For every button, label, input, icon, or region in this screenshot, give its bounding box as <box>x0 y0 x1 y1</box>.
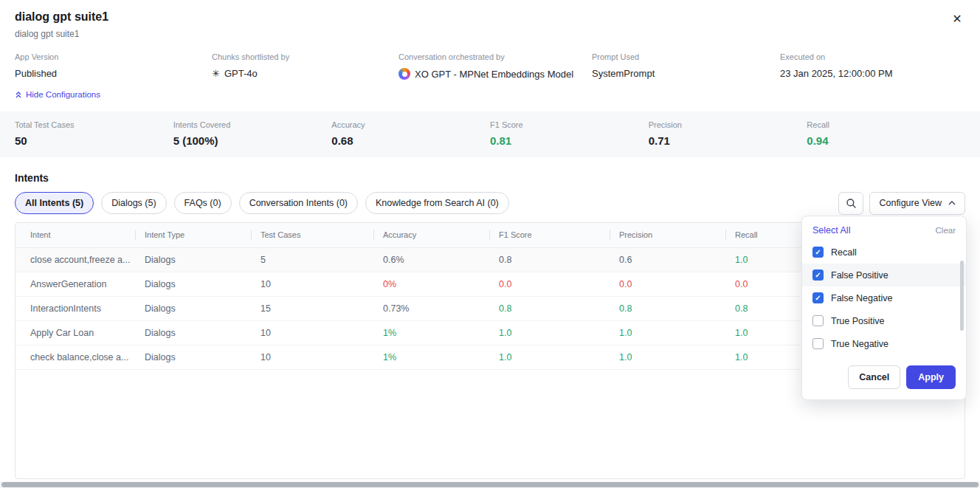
stat-label: Total Test Cases <box>15 120 173 129</box>
config-value: XO GPT - MPNet Embeddings Model <box>415 69 573 80</box>
table-cell: 0.6% <box>368 255 484 265</box>
config-item: Conversation orchestrated by ✳ XO GPT - … <box>398 52 592 80</box>
column-header: Test Cases <box>246 230 368 239</box>
stat-label: Precision <box>649 120 807 129</box>
intent-filter-tab[interactable]: Knowledge from Search AI (0) <box>365 192 509 214</box>
stat-item: Total Test Cases 50 <box>15 120 173 147</box>
checkbox-icon[interactable]: ✓ <box>812 315 824 326</box>
table-cell: 1.0 <box>484 328 604 338</box>
xo-gpt-icon <box>398 68 410 80</box>
select-all-link[interactable]: Select All <box>812 225 850 236</box>
checkbox-icon[interactable]: ✓ <box>812 247 824 258</box>
column-header: Precision <box>604 230 720 239</box>
dropdown-footer: Cancel Apply <box>802 357 966 399</box>
summary-stats-bar: Total Test Cases 50 Intents Covered 5 (1… <box>0 111 980 157</box>
table-cell: Dialogs <box>130 328 246 338</box>
table-cell: 0.0 <box>484 279 604 289</box>
horizontal-scrollbar-thumb[interactable] <box>1 482 979 487</box>
table-cell: 1.0 <box>604 328 720 338</box>
intent-filter-tab[interactable]: FAQs (0) <box>174 192 232 214</box>
intent-filter-tab[interactable]: All Intents (5) <box>15 192 94 214</box>
cancel-button[interactable]: Cancel <box>848 365 900 389</box>
table-cell: 0.8 <box>484 303 604 314</box>
config-label: App Version <box>15 52 212 61</box>
option-label: False Positive <box>831 270 888 281</box>
config-value-row: ✳ SystemPrompt <box>592 68 780 79</box>
table-cell: 0.73% <box>368 303 484 314</box>
stat-label: Recall <box>807 120 965 129</box>
config-value: Published <box>15 68 57 79</box>
config-value-row: ✳ 23 Jan 2025, 12:00:00 PM <box>780 68 965 79</box>
column-header: F1 Score <box>484 230 604 239</box>
table-cell: 1.0 <box>604 352 720 362</box>
intent-filter-tabs: All Intents (5) Dialogs (5) FAQs (0) Con… <box>15 192 965 215</box>
intent-filter-tab[interactable]: Conversation Intents (0) <box>239 192 358 214</box>
tab-label: Conversation Intents (0) <box>249 198 348 208</box>
intent-filter-tab[interactable]: Dialogs (5) <box>101 192 166 214</box>
config-item: App Version ✳ Published <box>15 52 212 80</box>
configure-view-option[interactable]: ✓ Recall <box>802 241 966 264</box>
config-label: Chunks shortlisted by <box>212 52 398 61</box>
checkbox-icon[interactable]: ✓ <box>812 269 824 281</box>
configure-view-button[interactable]: Configure View <box>869 192 965 215</box>
column-header: Intent <box>15 230 130 239</box>
table-controls: Configure View <box>838 192 965 215</box>
option-label: True Negative <box>831 339 888 349</box>
search-button[interactable] <box>838 192 863 215</box>
stat-item: Precision 0.71 <box>649 120 807 147</box>
config-label: Prompt Used <box>592 52 780 61</box>
table-cell: 0.6 <box>604 255 720 265</box>
stat-value: 0.71 <box>649 134 807 147</box>
option-label: True Positive <box>831 316 884 326</box>
apply-button[interactable]: Apply <box>906 365 956 389</box>
table-cell: 1.0 <box>484 352 604 362</box>
hide-configurations-link[interactable]: Hide Configurations <box>15 90 100 99</box>
table-cell: 0.8 <box>484 255 604 265</box>
intent-name-cell: check balance,close a... <box>15 352 130 362</box>
page-subtitle: dialog gpt suite1 <box>15 29 965 39</box>
table-cell: Dialogs <box>130 255 246 265</box>
intent-name-cell: AnswerGeneration <box>15 279 130 289</box>
table-cell: 10 <box>246 352 368 362</box>
configure-view-option[interactable]: ✓ True Positive <box>802 309 966 332</box>
stat-value: 0.68 <box>331 134 490 147</box>
stat-value: 5 (100%) <box>173 134 332 147</box>
intent-name-cell: InteractionIntents <box>15 303 130 314</box>
hide-configurations-label: Hide Configurations <box>26 90 100 99</box>
config-value: GPT-4o <box>224 68 258 79</box>
clear-link[interactable]: Clear <box>936 226 956 235</box>
modal-header: dialog gpt suite1 dialog gpt suite1 ✕ <box>0 0 980 39</box>
table-cell: 10 <box>246 279 368 289</box>
table-cell: 10 <box>246 328 368 338</box>
option-label: False Negative <box>831 293 892 303</box>
configure-view-option[interactable]: ✓ False Negative <box>802 286 966 309</box>
table-cell: 15 <box>246 303 368 314</box>
config-item: Chunks shortlisted by ✳ GPT-4o <box>212 52 398 80</box>
tab-label: FAQs (0) <box>184 198 221 208</box>
checkbox-icon[interactable]: ✓ <box>812 292 824 303</box>
chevron-up-icon <box>948 201 956 205</box>
dropdown-options: ✓ Recall ✓ False Positive ✓ False Negati… <box>802 241 966 357</box>
table-cell: 0.8 <box>604 303 720 314</box>
close-icon[interactable]: ✕ <box>948 9 967 28</box>
tab-label: Knowledge from Search AI (0) <box>376 198 499 208</box>
stat-value: 0.94 <box>807 134 965 147</box>
table-cell: Dialogs <box>130 303 246 314</box>
stat-label: F1 Score <box>490 120 649 129</box>
stat-item: F1 Score 0.81 <box>490 120 649 147</box>
config-value-row: ✳ XO GPT - MPNet Embeddings Model <box>398 68 592 80</box>
configure-view-option[interactable]: ✓ True Negative <box>802 332 966 355</box>
dropdown-scrollbar[interactable] <box>960 261 964 331</box>
table-cell: 5 <box>246 255 368 265</box>
option-label: Recall <box>831 247 857 258</box>
horizontal-scrollbar-track[interactable] <box>0 481 980 488</box>
stat-value: 0.81 <box>490 134 649 147</box>
table-cell: 1% <box>368 328 484 338</box>
checkbox-icon[interactable]: ✓ <box>812 338 824 349</box>
column-header: Intent Type <box>130 230 246 239</box>
table-cell: 0% <box>368 279 484 289</box>
config-value: SystemPrompt <box>592 68 655 79</box>
stat-label: Accuracy <box>331 120 490 129</box>
configure-view-option[interactable]: ✓ False Positive <box>802 264 966 286</box>
table-cell: 0.0 <box>604 279 720 289</box>
